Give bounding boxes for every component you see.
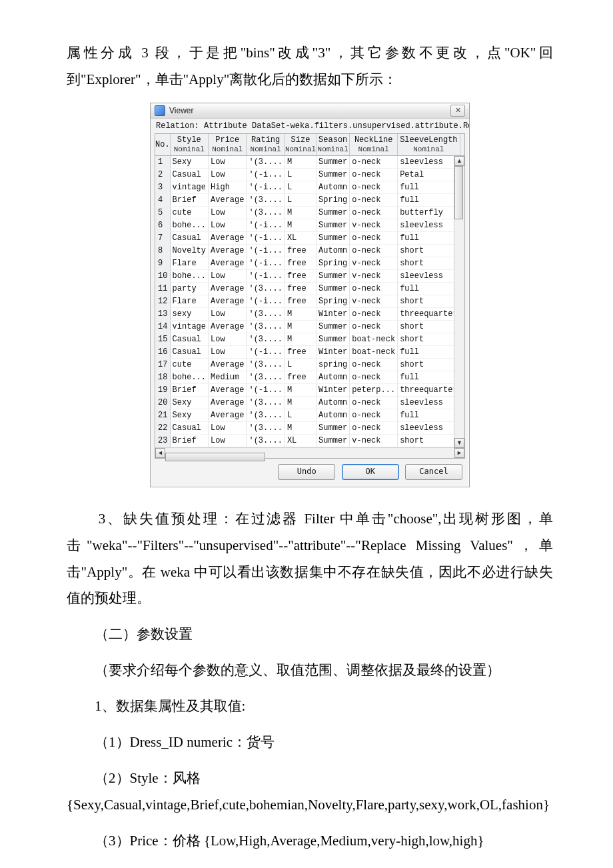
cell[interactable]: o-neck [350,181,398,193]
table-row[interactable]: 8NoveltyAverage'(-i...freeAutomno-necksh… [155,244,464,257]
cell[interactable]: o-neck [350,421,398,434]
cell[interactable]: short [398,320,460,333]
cell[interactable]: '(-i... [247,231,285,244]
cell[interactable]: Spring [316,295,350,307]
table-row[interactable]: 17cuteAverage'(3....Lspringo-neckshortnu… [155,358,464,371]
cell[interactable]: free [285,257,316,269]
column-header[interactable]: No. [155,134,170,156]
table-row[interactable]: 14vintageAverage'(3....MSummero-neckshor… [155,320,464,333]
cell[interactable]: High [209,181,247,193]
cell[interactable]: XL [285,434,316,447]
cell[interactable]: Winter [316,307,350,320]
cell[interactable]: '(3.... [247,206,285,219]
cell[interactable]: Casual [170,421,208,434]
horizontal-scroll-thumb[interactable] [165,453,265,461]
table-row[interactable]: 15CasualLow'(3....MSummerboat-neckshortn… [155,333,464,345]
cell[interactable]: Average [209,231,247,244]
cell[interactable]: Low [209,421,247,434]
cell[interactable]: '(-i... [247,383,285,396]
cell[interactable]: short [398,333,460,345]
cell[interactable]: M [285,155,316,168]
cell[interactable]: Winter [316,345,350,358]
cell[interactable]: sleevless [398,219,460,231]
cell[interactable]: short [398,295,460,307]
table-row[interactable]: 11partyAverage'(3....freeSummero-neckful… [155,282,464,295]
cell[interactable]: o-neck [350,396,398,409]
cell[interactable]: o-neck [350,244,398,257]
cell[interactable]: '(3.... [247,282,285,295]
cell[interactable]: short [398,257,460,269]
cell[interactable]: '(-i... [247,269,285,282]
cell[interactable]: threequarter [398,307,460,320]
cell[interactable]: Flare [170,295,208,307]
cell[interactable]: '(3.... [247,434,285,447]
scroll-right-icon[interactable]: ► [454,448,464,458]
cell[interactable]: cute [170,358,208,371]
cell[interactable]: '(3.... [247,358,285,371]
cell[interactable]: free [285,295,316,307]
table-row[interactable]: 1SexyLow'(3....MSummero-necksleevlessemp… [155,155,464,168]
cell[interactable]: '(-i... [247,219,285,231]
cell[interactable]: sleevless [398,269,460,282]
cell[interactable]: Automn [316,371,350,383]
cell[interactable]: L [285,168,316,181]
cell[interactable]: Petal [398,168,460,181]
cell[interactable]: Winter [316,383,350,396]
cell[interactable]: v-neck [350,219,398,231]
cell[interactable]: o-neck [350,409,398,421]
table-row[interactable]: 19BriefAverage'(-i...MWinterpeterp...thr… [155,383,464,396]
cell[interactable]: o-neck [350,193,398,206]
table-row[interactable]: 16CasualLow'(-i...freeWinterboat-neckful… [155,345,464,358]
cell[interactable]: Summer [316,155,350,168]
cell[interactable]: M [285,333,316,345]
cell[interactable]: Average [209,282,247,295]
cell[interactable]: vintage [170,181,208,193]
cell[interactable]: sexy [170,307,208,320]
cell[interactable]: Summer [316,168,350,181]
cell[interactable]: free [285,345,316,358]
cell[interactable]: Spring [316,257,350,269]
cell[interactable]: '(-i... [247,181,285,193]
cell[interactable]: Sexy [170,396,208,409]
cell[interactable]: boat-neck [350,345,398,358]
vertical-scroll-thumb[interactable] [454,166,463,219]
cell[interactable]: Average [209,244,247,257]
cell[interactable]: Low [209,345,247,358]
cell[interactable]: o-neck [350,358,398,371]
cell[interactable]: Low [209,269,247,282]
table-row[interactable]: 5cuteLow'(3....MSummero-neckbutterflynat… [155,206,464,219]
cell[interactable]: short [398,358,460,371]
cell[interactable]: Brief [170,193,208,206]
cell[interactable]: cute [170,206,208,219]
cell[interactable]: Casual [170,168,208,181]
cell[interactable]: Average [209,320,247,333]
cell[interactable]: full [398,231,460,244]
cell[interactable]: Summer [316,206,350,219]
cell[interactable]: Average [209,396,247,409]
cell[interactable]: full [398,409,460,421]
table-row[interactable]: 2CasualLow'(-i...LSummero-neckPetalnatur [155,168,464,181]
column-header[interactable]: PriceNominal [209,134,247,156]
ok-button[interactable]: OK [342,464,399,480]
cell[interactable]: Summer [316,320,350,333]
cell[interactable]: '(-i... [247,345,285,358]
horizontal-scrollbar[interactable]: ◄ ► [155,447,464,458]
cell[interactable]: '(3.... [247,307,285,320]
cell[interactable]: short [398,244,460,257]
cell[interactable]: free [285,371,316,383]
cell[interactable]: Brief [170,383,208,396]
cell[interactable]: M [285,320,316,333]
cell[interactable]: XL [285,231,316,244]
cell[interactable]: bohe... [170,371,208,383]
cell[interactable]: sleevless [398,155,460,168]
cell[interactable]: M [285,396,316,409]
cell[interactable]: free [285,282,316,295]
cell[interactable]: '(-i... [247,295,285,307]
cell[interactable]: Average [209,193,247,206]
cell[interactable]: '(3.... [247,333,285,345]
cell[interactable]: Average [209,257,247,269]
cell[interactable]: Summer [316,282,350,295]
cell[interactable]: o-neck [350,231,398,244]
cell[interactable]: sleevless [398,396,460,409]
cell[interactable]: L [285,193,316,206]
